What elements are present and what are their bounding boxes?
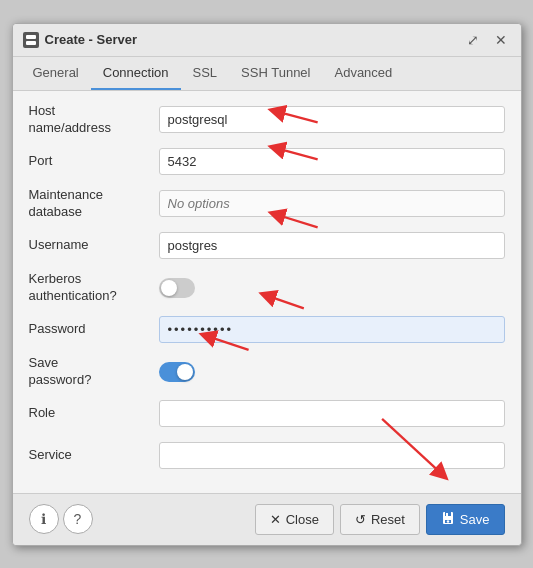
username-field [159, 232, 505, 259]
service-row: Service [29, 439, 505, 473]
reset-button[interactable]: ↺ Reset [340, 504, 420, 535]
save-icon [441, 511, 455, 528]
hostname-label: Hostname/address [29, 103, 159, 137]
role-input[interactable] [159, 400, 505, 427]
svg-rect-0 [26, 35, 36, 39]
kerberos-label: Kerberosauthentication? [29, 271, 159, 305]
save-password-toggle[interactable] [159, 362, 195, 382]
username-input[interactable] [159, 232, 505, 259]
port-input[interactable] [159, 148, 505, 175]
save-label: Save [460, 512, 490, 527]
tab-ssh-tunnel[interactable]: SSH Tunnel [229, 57, 322, 90]
hostname-row: Hostname/address [29, 103, 505, 137]
maintenance-db-row: Maintenancedatabase [29, 187, 505, 221]
server-icon [23, 32, 39, 48]
help-button[interactable]: ? [63, 504, 93, 534]
port-field [159, 148, 505, 175]
maintenance-db-label: Maintenancedatabase [29, 187, 159, 221]
save-password-toggle-track [159, 362, 195, 382]
save-password-field [159, 362, 505, 382]
svg-rect-1 [26, 41, 36, 45]
title-bar-left: Create - Server [23, 32, 138, 48]
username-row: Username [29, 229, 505, 263]
svg-rect-4 [446, 513, 448, 516]
role-label: Role [29, 405, 159, 422]
tab-ssl[interactable]: SSL [181, 57, 230, 90]
service-label: Service [29, 447, 159, 464]
footer-left: ℹ ? [29, 504, 93, 534]
dialog-title: Create - Server [45, 32, 138, 47]
username-label: Username [29, 237, 159, 254]
maximize-button[interactable]: ⤢ [463, 30, 483, 50]
info-button[interactable]: ℹ [29, 504, 59, 534]
svg-point-7 [447, 520, 449, 522]
tab-connection[interactable]: Connection [91, 57, 181, 90]
kerberos-toggle-track [159, 278, 195, 298]
close-button[interactable]: ✕ [491, 30, 511, 50]
port-label: Port [29, 153, 159, 170]
save-password-row: Savepassword? [29, 355, 505, 389]
close-dialog-icon: ✕ [270, 512, 281, 527]
kerberos-row: Kerberosauthentication? [29, 271, 505, 305]
tab-general[interactable]: General [21, 57, 91, 90]
password-input[interactable] [159, 316, 505, 343]
port-row: Port [29, 145, 505, 179]
password-row: Password [29, 313, 505, 347]
title-bar: Create - Server ⤢ ✕ [13, 24, 521, 57]
service-field [159, 442, 505, 469]
reset-label: Reset [371, 512, 405, 527]
kerberos-toggle-thumb [161, 280, 177, 296]
info-icon: ℹ [41, 511, 46, 527]
title-actions: ⤢ ✕ [463, 30, 511, 50]
close-dialog-label: Close [286, 512, 319, 527]
save-button[interactable]: Save [426, 504, 505, 535]
form-content: Hostname/address Port Maintenancedatabas… [13, 91, 521, 493]
kerberos-field [159, 278, 505, 298]
role-row: Role [29, 397, 505, 431]
tab-bar: General Connection SSL SSH Tunnel Advanc… [13, 57, 521, 91]
hostname-field [159, 106, 505, 133]
help-icon: ? [74, 511, 82, 527]
close-dialog-button[interactable]: ✕ Close [255, 504, 334, 535]
kerberos-toggle[interactable] [159, 278, 195, 298]
service-input[interactable] [159, 442, 505, 469]
footer-right: ✕ Close ↺ Reset [255, 504, 505, 535]
hostname-input[interactable] [159, 106, 505, 133]
maintenance-db-input[interactable] [159, 190, 505, 217]
save-password-label: Savepassword? [29, 355, 159, 389]
tab-advanced[interactable]: Advanced [322, 57, 404, 90]
password-label: Password [29, 321, 159, 338]
create-server-dialog: Create - Server ⤢ ✕ General Connection S… [12, 23, 522, 546]
reset-icon: ↺ [355, 512, 366, 527]
dialog-footer: ℹ ? ✕ Close ↺ Reset [13, 493, 521, 545]
kerberos-toggle-container [159, 278, 505, 298]
maintenance-db-field [159, 190, 505, 217]
role-field [159, 400, 505, 427]
save-password-toggle-thumb [177, 364, 193, 380]
password-field [159, 316, 505, 343]
save-password-toggle-container [159, 362, 505, 382]
